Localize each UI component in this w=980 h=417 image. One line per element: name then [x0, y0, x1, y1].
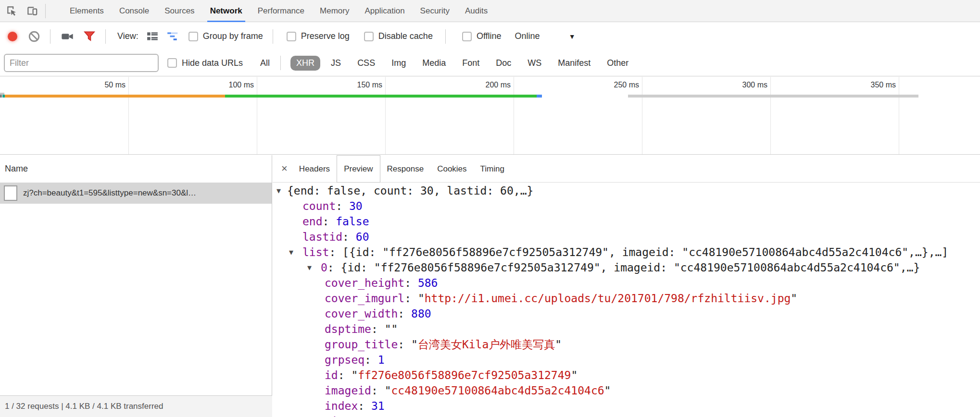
hide-data-urls-checkbox[interactable]: Hide data URLs — [167, 58, 243, 68]
tree-segment-plain: : — [398, 338, 411, 351]
checkbox-icon[interactable] — [167, 58, 177, 68]
preserve-log-checkbox[interactable]: Preserve log — [287, 31, 350, 41]
type-filter-js[interactable]: JS — [325, 56, 347, 71]
tree-segment-key: index — [325, 400, 358, 412]
type-filter-css[interactable]: CSS — [352, 56, 381, 71]
tree-row[interactable]: picture_count: 30 — [273, 414, 980, 417]
detail-tab-cookies[interactable]: Cookies — [430, 155, 473, 183]
device-toolbar-icon[interactable] — [24, 3, 40, 19]
expander-icon[interactable]: ▼ — [289, 245, 293, 260]
request-detail-panel: × HeadersPreviewResponseCookiesTiming ▼{… — [273, 155, 980, 417]
tree-row[interactable]: cover_width: 880 — [273, 306, 980, 321]
type-filter-other[interactable]: Other — [601, 56, 634, 71]
main-area: Name zj?ch=beauty&t1=595&listtype=new&sn… — [0, 155, 980, 417]
type-filter-xhr[interactable]: XHR — [290, 56, 320, 71]
tab-console[interactable]: Console — [112, 0, 157, 22]
toolbar-divider — [273, 29, 273, 44]
tree-row[interactable]: end: false — [273, 214, 980, 229]
tree-row[interactable]: group_title: "台湾美女Kila户外唯美写真" — [273, 337, 980, 352]
tree-row[interactable]: lastid: 60 — [273, 229, 980, 245]
waterfall-view-icon[interactable] — [165, 29, 180, 44]
checkbox-icon[interactable] — [462, 32, 472, 41]
request-row[interactable]: zj?ch=beauty&t1=595&listtype=new&sn=30&l… — [0, 183, 272, 204]
tab-security[interactable]: Security — [413, 0, 457, 22]
tree-row[interactable]: id: "ff276e8056f58896e7cf92505a312749" — [273, 368, 980, 383]
type-filter-manifest[interactable]: Manifest — [552, 56, 596, 71]
tab-sources[interactable]: Sources — [157, 0, 202, 22]
tree-row[interactable]: imageid: "cc48190e57100864abc4d55a2c4104… — [273, 383, 980, 398]
tree-segment-str: cc48190e57100864abc4d55a2c4104c6 — [391, 384, 604, 397]
tree-segment-plain: : — [411, 415, 425, 417]
type-filter-all[interactable]: All — [254, 56, 276, 71]
disable-cache-checkbox[interactable]: Disable cache — [364, 31, 433, 41]
tree-segment-quote: " — [555, 338, 562, 351]
tree-segment-key: count — [302, 200, 336, 212]
tree-row[interactable]: ▼{end: false, count: 30, lastid: 60,…} — [273, 183, 980, 198]
timeline-tick-label: 200 ms — [453, 81, 511, 89]
overview-timing-bar — [5, 95, 225, 98]
tree-row[interactable]: cover_height: 586 — [273, 275, 980, 291]
overview-timing-bar — [225, 95, 537, 98]
type-filter-font[interactable]: Font — [456, 56, 485, 71]
expander-icon[interactable]: ▼ — [307, 260, 312, 275]
overview-timing-bar — [0, 95, 2, 98]
json-preview-tree: ▼{end: false, count: 30, lastid: 60,…}co… — [273, 183, 980, 417]
type-filter-img[interactable]: Img — [386, 56, 412, 71]
timeline-tick-label: 250 ms — [581, 81, 639, 89]
tab-memory[interactable]: Memory — [312, 0, 357, 22]
tree-row[interactable]: ▼0: {id: "ff276e8056f58896e7cf92505a3127… — [273, 260, 980, 275]
clear-icon[interactable] — [27, 29, 41, 44]
tree-row[interactable]: index: 31 — [273, 398, 980, 414]
detail-tab-timing[interactable]: Timing — [474, 155, 511, 183]
tab-audits[interactable]: Audits — [457, 0, 495, 22]
overview-timing-bar — [628, 95, 918, 98]
checkbox-icon[interactable] — [188, 32, 198, 41]
detail-tab-headers[interactable]: Headers — [292, 155, 337, 183]
tab-network[interactable]: Network — [202, 0, 250, 22]
tree-row[interactable]: dsptime: "" — [273, 321, 980, 337]
record-icon[interactable] — [8, 32, 17, 41]
throttling-dropdown[interactable]: Online — [515, 31, 540, 41]
network-overview[interactable]: 50 ms100 ms150 ms200 ms250 ms300 ms350 m… — [0, 77, 980, 155]
tree-segment-quote: " — [411, 338, 418, 351]
checkbox-icon[interactable] — [364, 32, 374, 41]
filter-input[interactable] — [4, 54, 159, 72]
timeline-tick-label: 300 ms — [710, 81, 767, 89]
timeline-gridline — [642, 77, 642, 154]
tab-performance[interactable]: Performance — [250, 0, 312, 22]
tree-segment-key: group_title — [325, 338, 398, 351]
large-rows-view-icon[interactable] — [145, 29, 160, 44]
tree-row[interactable]: count: 30 — [273, 198, 980, 214]
tree-segment-plain: : — [371, 323, 385, 335]
tab-application[interactable]: Application — [357, 0, 412, 22]
type-filter-media[interactable]: Media — [416, 56, 452, 71]
timeline-gridline — [770, 77, 771, 154]
detail-tab-response[interactable]: Response — [380, 155, 431, 183]
tree-segment-num: 586 — [418, 277, 438, 289]
tree-segment-plain: : — [371, 384, 385, 397]
filter-funnel-icon[interactable] — [82, 29, 97, 44]
inspect-element-icon[interactable] — [4, 3, 20, 19]
tree-segment-quote: " — [604, 384, 611, 397]
checkbox-icon[interactable] — [287, 32, 296, 41]
close-icon[interactable]: × — [281, 162, 288, 175]
tab-elements[interactable]: Elements — [62, 0, 112, 22]
screenshot-capture-icon[interactable] — [60, 29, 75, 44]
detail-tab-preview[interactable]: Preview — [337, 155, 380, 183]
group-by-frame-checkbox[interactable]: Group by frame — [188, 31, 263, 41]
type-filter-ws[interactable]: WS — [522, 56, 547, 71]
tree-segment-num: 60 — [356, 231, 369, 243]
tree-row[interactable]: cover_imgurl: "http://i1.umei.cc/uploads… — [273, 291, 980, 306]
tree-segment-quote: " — [418, 292, 425, 305]
tree-segment-key: grpseq — [325, 354, 364, 366]
tree-row[interactable]: grpseq: 1 — [273, 352, 980, 368]
expander-icon[interactable]: ▼ — [276, 183, 281, 198]
name-column-header[interactable]: Name — [0, 155, 272, 183]
dropdown-arrow-icon[interactable]: ▼ — [569, 33, 576, 40]
tree-row[interactable]: ▼list: [{id: "ff276e8056f58896e7cf92505a… — [273, 245, 980, 260]
timeline-gridline — [257, 77, 257, 154]
timeline-gridline — [514, 77, 514, 154]
tree-segment-key: dsptime — [325, 323, 371, 335]
type-filter-doc[interactable]: Doc — [490, 56, 517, 71]
offline-checkbox[interactable]: Offline — [462, 31, 502, 41]
